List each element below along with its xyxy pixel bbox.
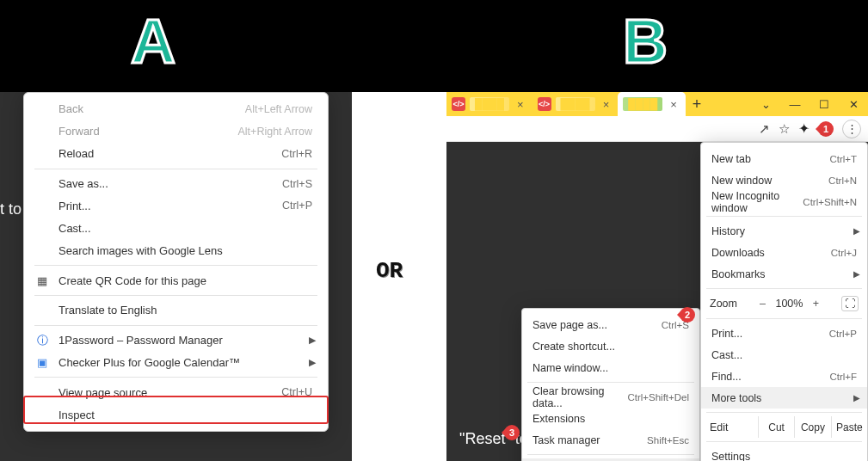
sub-label: Task manager [532,434,600,446]
ctx-print[interactable]: Print...Ctrl+P [24,194,328,217]
window-controls: ⌄ — ☐ ✕ [751,92,868,116]
cut-button[interactable]: Cut [758,416,794,438]
ctx-label: Reload [58,147,94,160]
maximize-icon[interactable]: ☐ [810,98,839,111]
ctx-inspect[interactable]: Inspect [24,403,328,426]
ctx-qr[interactable]: ▦Create QR Code for this page [24,269,328,292]
paste-button[interactable]: Paste [831,416,867,438]
ctx-1password[interactable]: ⓘ1Password – Password Manager▶ [24,329,328,352]
ctx-shortcut: Alt+Right Arrow [238,126,313,138]
ctx-back[interactable]: BackAlt+Left Arrow [24,98,328,120]
sub-label: Name window... [532,362,608,374]
menu-label: New Incognito window [711,190,803,214]
menu-label: Print... [711,328,742,340]
fullscreen-icon[interactable]: ⛶ [841,296,859,311]
separator [706,288,862,289]
panel-label-b: B [623,10,669,72]
panel-a-edge-text: t to [0,200,22,218]
tab-2[interactable]: </>████× [532,92,619,116]
menu-settings[interactable]: Settings [701,446,867,461]
separator [34,325,317,326]
separator [527,382,694,383]
context-menu: BackAlt+Left Arrow ForwardAlt+Right Arro… [23,92,329,432]
menu-label: More tools [711,392,761,404]
menu-downloads[interactable]: DownloadsCtrl+J [701,242,867,263]
tab-title: ████ [623,97,662,111]
sub-create-shortcut[interactable]: Create shortcut... [522,335,699,357]
menu-bookmarks[interactable]: Bookmarks▶ [701,263,867,285]
onepassword-icon: ⓘ [34,333,50,348]
zoom-value: 100% [772,298,806,310]
menu-zoom: Zoom – 100% + ⛶ [701,292,867,315]
ctx-label: Print... [58,200,91,212]
menu-label: Bookmarks [711,268,766,280]
calendar-icon: ▣ [34,356,50,369]
close-tab-icon[interactable]: × [514,98,527,111]
menu-shortcut: Ctrl+J [831,248,857,258]
submenu-arrow-icon: ▶ [309,357,316,368]
ctx-forward[interactable]: ForwardAlt+Right Arrow [24,120,328,143]
menu-incognito[interactable]: New Incognito windowCtrl+Shift+N [701,191,867,212]
ctx-checkerplus[interactable]: ▣Checker Plus for Google Calendar™▶ [24,352,328,374]
submenu-arrow-icon: ▶ [853,226,860,236]
more-tools-submenu: Save page as...Ctrl+S Create shortcut...… [521,308,700,461]
ctx-translate[interactable]: Translate to English [24,299,328,322]
minimize-icon[interactable]: — [780,98,810,111]
copy-button[interactable]: Copy [794,416,830,438]
ctx-label: Translate to English [58,304,157,317]
toolbar: ↗ ☆ ✦ 1 ⋮ [446,116,868,142]
star-icon[interactable]: ☆ [779,121,790,137]
sub-clear-browsing[interactable]: Clear browsing data...Ctrl+Shift+Del [522,386,699,408]
tab-title: ████ [556,97,595,111]
ctx-lens[interactable]: Search images with Google Lens [24,239,328,261]
separator [706,318,862,319]
zoom-in-button[interactable]: + [806,298,825,310]
panel-label-a: A [131,10,177,72]
close-window-icon[interactable]: ✕ [839,98,868,111]
callout-3: 3 [504,425,520,440]
dropdown-icon[interactable]: ⌄ [751,98,780,111]
menu-print[interactable]: Print...Ctrl+P [701,323,867,344]
new-tab-button[interactable]: + [686,92,709,116]
ctx-label: Inspect [58,409,95,421]
separator [527,454,694,455]
sub-label: Save page as... [532,319,607,331]
menu-more-tools[interactable]: More tools▶ [701,387,867,409]
menu-label: Zoom [710,298,737,310]
ctx-reload[interactable]: ReloadCtrl+R [24,143,328,165]
main-menu: New tabCtrl+T New windowCtrl+N New Incog… [700,142,868,461]
submenu-arrow-icon: ▶ [309,335,316,346]
ctx-view-source[interactable]: View page sourceCtrl+U [24,381,328,403]
menu-find[interactable]: Find...Ctrl+F [701,366,867,387]
tab-active[interactable]: ████× [618,92,686,116]
ctx-shortcut: Ctrl+R [281,148,312,160]
menu-label: Settings [711,451,750,462]
ctx-saveas[interactable]: Save as...Ctrl+S [24,173,328,195]
kebab-menu-icon[interactable]: ⋮ [842,120,861,138]
close-tab-icon[interactable]: × [600,98,613,111]
ctx-label: 1Password – Password Manager [58,334,223,347]
sub-extensions[interactable]: Extensions [522,408,699,429]
separator [706,412,862,413]
menu-history[interactable]: History▶ [701,220,867,242]
sub-task-manager[interactable]: Task managerShift+Esc [522,429,699,451]
menu-cast[interactable]: Cast... [701,344,867,366]
zoom-out-button[interactable]: – [753,298,772,310]
ctx-cast[interactable]: Cast... [24,217,328,239]
menu-newtab[interactable]: New tabCtrl+T [701,148,867,169]
tab-1[interactable]: </>████× [446,92,532,116]
extensions-icon[interactable]: ✦ [798,120,810,137]
separator [706,216,862,217]
close-tab-icon[interactable]: × [667,98,680,111]
callout-2: 2 [680,307,695,323]
menu-newwindow[interactable]: New windowCtrl+N [701,169,867,191]
sub-name-window[interactable]: Name window... [522,357,699,378]
ctx-label: Save as... [58,177,108,190]
ctx-label: Forward [58,125,100,138]
sub-shortcut: Ctrl+Shift+Del [627,392,689,403]
sub-shortcut: Shift+Esc [647,435,689,446]
tab-favicon-icon: </> [538,97,551,111]
share-icon[interactable]: ↗ [759,121,770,137]
menu-shortcut: Ctrl+Shift+N [803,197,857,207]
sub-label: Extensions [532,413,585,425]
